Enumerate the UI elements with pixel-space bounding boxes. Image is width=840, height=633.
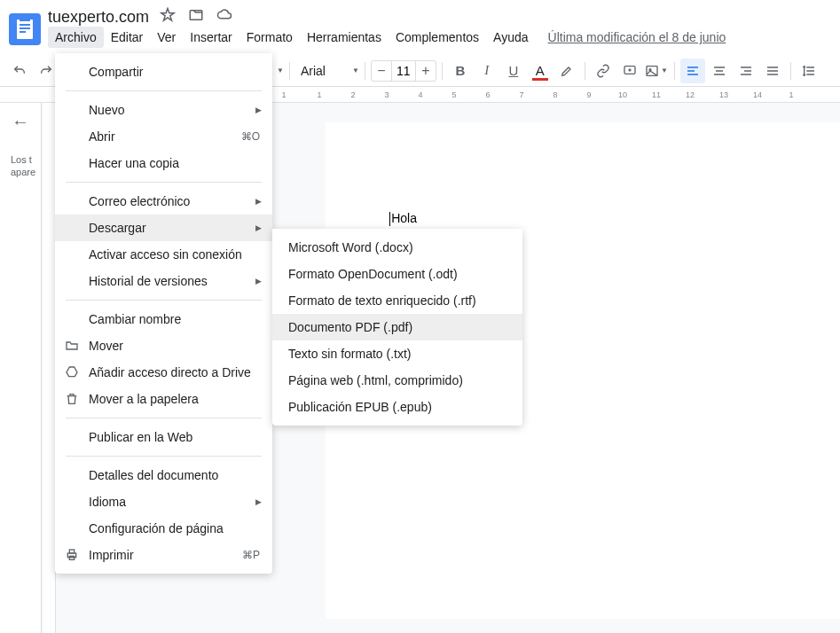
insert-image-button[interactable]: ▼: [644, 59, 669, 83]
download-html[interactable]: Página web (.html, comprimido): [272, 367, 522, 394]
document-text: Hola: [391, 211, 417, 225]
menu-archivo[interactable]: Archivo: [48, 27, 104, 48]
menu-formato[interactable]: Formato: [239, 27, 300, 48]
font-size-value[interactable]: 11: [391, 61, 416, 81]
menu-imprimir[interactable]: Imprimir⌘P: [55, 542, 272, 568]
insert-comment-button[interactable]: [617, 59, 642, 83]
download-docx[interactable]: Microsoft Word (.docx): [272, 234, 522, 261]
bold-button[interactable]: B: [448, 59, 473, 83]
archivo-dropdown: Compartir Nuevo▶ Abrir⌘O Hacer una copia…: [55, 53, 272, 574]
document-title[interactable]: tuexperto.com: [48, 8, 149, 27]
download-odt[interactable]: Formato OpenDocument (.odt): [272, 261, 522, 287]
menubar: Archivo Editar Ver Insertar Formato Herr…: [48, 27, 733, 51]
font-family-select[interactable]: Arial: [295, 64, 349, 78]
styles-dropdown-caret[interactable]: ▼: [277, 66, 284, 74]
menu-correo[interactable]: Correo electrónico▶: [55, 188, 272, 215]
align-left-button[interactable]: [680, 59, 705, 83]
font-size-decrease[interactable]: −: [372, 63, 391, 79]
text-cursor: [389, 212, 390, 226]
download-txt[interactable]: Texto sin formato (.txt): [272, 340, 522, 367]
last-modified-link[interactable]: Última modificación el 8 de junio: [548, 30, 726, 44]
menu-herramientas[interactable]: Herramientas: [300, 27, 389, 48]
star-icon[interactable]: [160, 7, 176, 27]
menu-complementos[interactable]: Complementos: [389, 27, 486, 48]
menu-acceso-directo[interactable]: Añadir acceso directo a Drive: [55, 359, 272, 386]
outline-panel: ← Los tapare: [0, 103, 42, 633]
print-icon: [64, 547, 80, 563]
drive-shortcut-icon: [64, 364, 80, 380]
folder-icon: [64, 338, 80, 354]
menu-papelera[interactable]: Mover a la papelera: [55, 386, 272, 412]
font-size-control: − 11 +: [371, 60, 436, 82]
line-spacing-button[interactable]: [797, 59, 821, 83]
menu-insertar[interactable]: Insertar: [183, 27, 239, 48]
menu-mover[interactable]: Mover: [55, 332, 272, 359]
download-epub[interactable]: Publicación EPUB (.epub): [272, 394, 522, 420]
align-justify-button[interactable]: [760, 59, 785, 83]
menu-abrir[interactable]: Abrir⌘O: [55, 123, 272, 150]
menu-nuevo[interactable]: Nuevo▶: [55, 97, 272, 123]
menu-versiones[interactable]: Historial de versiones▶: [55, 268, 272, 294]
font-size-increase[interactable]: +: [416, 63, 436, 79]
menu-editar[interactable]: Editar: [104, 27, 151, 48]
trash-icon: [64, 391, 80, 407]
align-center-button[interactable]: [707, 59, 732, 83]
move-folder-icon[interactable]: [188, 7, 204, 27]
outline-placeholder: Los tapare: [5, 153, 35, 179]
insert-link-button[interactable]: [591, 59, 616, 83]
undo-button[interactable]: [7, 59, 32, 83]
download-pdf[interactable]: Documento PDF (.pdf): [272, 314, 522, 340]
docs-logo[interactable]: [9, 13, 41, 45]
menu-detalles[interactable]: Detalles del documento: [55, 462, 272, 488]
svg-rect-5: [69, 550, 74, 553]
menu-config-pagina[interactable]: Configuración de página: [55, 515, 272, 542]
menu-compartir[interactable]: Compartir: [55, 59, 272, 85]
cloud-status-icon[interactable]: [216, 7, 232, 27]
descargar-submenu: Microsoft Word (.docx) Formato OpenDocum…: [272, 229, 522, 426]
font-dropdown-caret[interactable]: ▼: [352, 66, 359, 74]
menu-ayuda[interactable]: Ayuda: [486, 27, 535, 48]
download-rtf[interactable]: Formato de texto enriquecido (.rtf): [272, 287, 522, 314]
menu-renombrar[interactable]: Cambiar nombre: [55, 306, 272, 332]
align-right-button[interactable]: [734, 59, 758, 83]
highlight-button[interactable]: [554, 59, 579, 83]
menu-descargar[interactable]: Descargar▶: [55, 215, 272, 241]
underline-button[interactable]: U: [501, 59, 526, 83]
text-color-button[interactable]: A: [528, 59, 553, 83]
titlebar: tuexperto.com Archivo Editar Ver Inserta…: [0, 0, 840, 55]
menu-ver[interactable]: Ver: [150, 27, 183, 48]
menu-offline[interactable]: Activar acceso sin conexión: [55, 241, 272, 268]
outline-back-button[interactable]: ←: [5, 112, 35, 132]
menu-idioma[interactable]: Idioma▶: [55, 488, 272, 515]
menu-publicar[interactable]: Publicar en la Web: [55, 424, 272, 450]
menu-hacer-copia[interactable]: Hacer una copia: [55, 150, 272, 176]
italic-button[interactable]: I: [475, 59, 499, 83]
